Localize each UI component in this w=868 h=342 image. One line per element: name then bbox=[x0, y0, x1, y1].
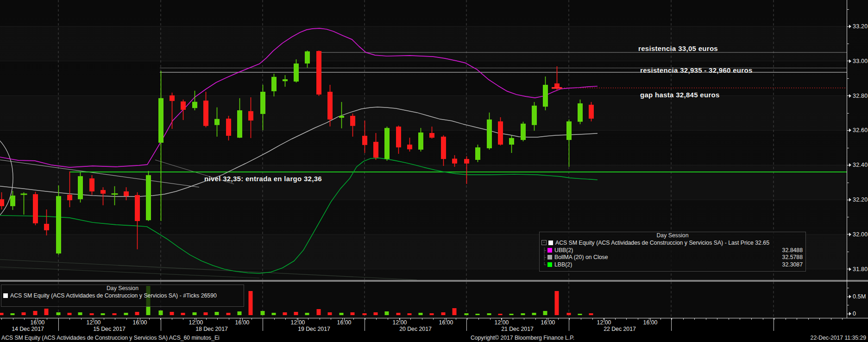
candle bbox=[441, 135, 446, 166]
time-label: 16:00 bbox=[541, 319, 555, 326]
volume-bar bbox=[555, 291, 559, 315]
volume-bar bbox=[453, 308, 457, 315]
series-value: 32.5788 bbox=[779, 254, 803, 260]
hour-tick bbox=[569, 318, 570, 320]
expand-icon[interactable]: − bbox=[541, 240, 547, 245]
candle bbox=[521, 122, 526, 141]
hour-tick bbox=[217, 318, 218, 320]
legend-row-1[interactable]: −ACS SM Equity (ACS Actividades de Const… bbox=[540, 239, 805, 247]
candle bbox=[350, 114, 355, 137]
ticks-series-swatch bbox=[3, 293, 8, 298]
legend-row-3[interactable]: ├BollMA (20) on Close32.5788 bbox=[540, 254, 805, 261]
hour-tick bbox=[252, 318, 252, 320]
candle-body bbox=[589, 105, 594, 119]
volume-bar bbox=[78, 312, 82, 315]
time-label: 16:00 bbox=[235, 319, 250, 326]
hour-tick bbox=[535, 318, 536, 320]
annotation-2: resistencia 32,935 - 32,960 euros bbox=[640, 66, 753, 74]
price-tick-label: 32.80 bbox=[847, 93, 868, 99]
hour-tick bbox=[149, 318, 150, 320]
candle-doji-dash bbox=[21, 194, 27, 195]
date-label: 22 Dec 2017 bbox=[604, 326, 636, 332]
volume-bar bbox=[385, 311, 389, 315]
candle bbox=[418, 128, 423, 152]
price-minor-tick bbox=[847, 183, 849, 183]
volume-panel[interactable]: Day Session ACS SM Equity (ACS Actividad… bbox=[0, 282, 868, 318]
legend-row-4[interactable]: └LBB(2)32.3087 bbox=[540, 261, 805, 268]
candle-body bbox=[135, 195, 140, 221]
candle-body bbox=[509, 138, 514, 145]
volume-bar bbox=[408, 313, 412, 315]
volume-legend-row[interactable]: ACS SM Equity (ACS Actividades de Constr… bbox=[1, 292, 244, 299]
legend-row-2[interactable]: ├UBB(2)32.8488 bbox=[540, 247, 805, 254]
volume-bar bbox=[44, 309, 49, 315]
candle-body bbox=[464, 159, 469, 164]
candle-body bbox=[56, 196, 61, 253]
status-security-text: ACS SM Equity (ACS Actividades de Constr… bbox=[1, 335, 220, 341]
hour-tick bbox=[274, 318, 275, 320]
series-swatch bbox=[547, 248, 552, 253]
hour-tick bbox=[422, 318, 422, 320]
volume-bar bbox=[317, 309, 321, 315]
series-swatch bbox=[547, 255, 552, 260]
candle-body bbox=[33, 194, 38, 223]
candle-body bbox=[214, 119, 220, 125]
price-minor-tick bbox=[847, 217, 849, 217]
volume-bar bbox=[487, 313, 491, 315]
candle bbox=[78, 172, 83, 203]
series-value: 32.3087 bbox=[779, 261, 803, 268]
day-boundary-tick bbox=[263, 318, 263, 331]
volume-legend-title: Day Session bbox=[1, 285, 244, 292]
time-label: 16:00 bbox=[31, 319, 45, 326]
volume-bar bbox=[181, 313, 185, 315]
volume-bar bbox=[476, 314, 480, 315]
candle bbox=[554, 66, 560, 90]
candle-body bbox=[248, 111, 253, 120]
hour-tick bbox=[513, 318, 513, 320]
volume-bar bbox=[124, 313, 128, 315]
volume-bar bbox=[305, 313, 309, 315]
candle-body bbox=[294, 63, 299, 82]
hour-tick bbox=[831, 318, 831, 320]
candle-body bbox=[203, 101, 208, 126]
day-boundary-tick bbox=[569, 318, 569, 331]
hour-tick bbox=[751, 318, 752, 320]
main-legend[interactable]: Day Session −ACS SM Equity (ACS Activida… bbox=[539, 232, 806, 272]
series-label: BollMA (20) on Close bbox=[554, 254, 608, 260]
volume-bar bbox=[374, 312, 378, 315]
hour-tick bbox=[797, 318, 797, 320]
main-legend-title: Day Session bbox=[540, 232, 805, 239]
candle-body bbox=[429, 133, 434, 138]
candle bbox=[407, 138, 412, 152]
day-boundary-tick bbox=[161, 318, 161, 331]
volume-legend[interactable]: Day Session ACS SM Equity (ACS Actividad… bbox=[1, 285, 244, 307]
candle-body bbox=[384, 128, 390, 159]
candle-body bbox=[407, 145, 412, 149]
volume-bar bbox=[498, 314, 503, 315]
volume-bar bbox=[11, 313, 15, 315]
candle-body bbox=[418, 133, 423, 150]
candle bbox=[589, 102, 594, 121]
candle bbox=[566, 120, 572, 167]
hour-tick bbox=[729, 318, 729, 320]
volume-bar bbox=[159, 310, 163, 315]
volume-bar bbox=[430, 313, 434, 315]
volume-bar bbox=[101, 313, 105, 315]
hour-tick bbox=[740, 318, 740, 320]
price-tick-label: 33.20 bbox=[847, 23, 868, 30]
date-label: 15 Dec 2017 bbox=[93, 326, 126, 332]
hour-tick bbox=[683, 318, 684, 320]
candle-body bbox=[350, 116, 355, 126]
price-chart-panel[interactable]: resistencia 33,05 eurosresistencia 32,93… bbox=[0, 0, 868, 280]
price-tick-label: 32.00 bbox=[847, 231, 868, 238]
hour-tick bbox=[433, 318, 434, 320]
price-tick-label: 32.20 bbox=[847, 196, 868, 203]
candle-body bbox=[327, 92, 333, 120]
series-swatch bbox=[548, 241, 553, 245]
hour-tick bbox=[717, 318, 717, 320]
date-label: 19 Dec 2017 bbox=[298, 326, 330, 332]
date-label: 20 Dec 2017 bbox=[399, 326, 432, 332]
volume-bar bbox=[283, 312, 287, 315]
annotation-4: nivel 32,35: entrada en largo 32,36 bbox=[204, 175, 322, 183]
hour-tick bbox=[592, 318, 593, 320]
